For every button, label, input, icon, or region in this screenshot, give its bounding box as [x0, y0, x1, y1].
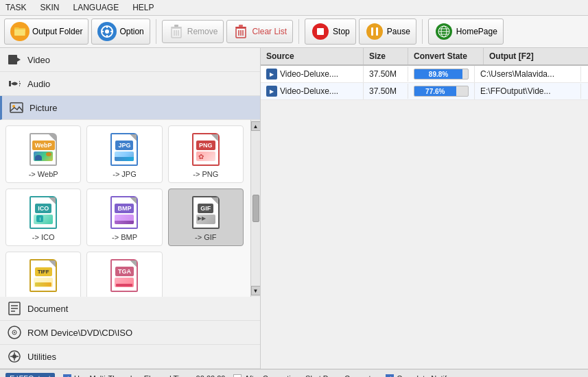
- progress-cell-2: 77.6%: [408, 83, 475, 99]
- table-row[interactable]: ▶ Video-Deluxe.... 37.50M 89.8% C:\Users…: [261, 66, 588, 83]
- progress-bg-1: 89.8%: [414, 69, 469, 80]
- svg-rect-17: [371, 27, 373, 36]
- complete-notify-checkbox[interactable]: ✓: [386, 374, 394, 378]
- status-bar: E:\FFOutput ✓ Use Multi-Threads Elapsed …: [0, 369, 588, 377]
- output-cell-1: C:\Users\Malavida...: [475, 66, 581, 82]
- pause-icon: [365, 22, 384, 41]
- sep1: [156, 19, 156, 44]
- clear-list-label: Clear List: [252, 27, 287, 36]
- row-icon-2: ▶: [266, 86, 277, 97]
- jpg-format-icon: JPG: [109, 132, 139, 167]
- th-convert-state: Convert State: [408, 48, 484, 64]
- size2-cell-1: [581, 71, 588, 77]
- size2-cell-2: [581, 88, 588, 94]
- size-cell-1: 37.50M: [364, 66, 408, 82]
- scroll-thumb[interactable]: [252, 195, 259, 222]
- svg-point-1: [105, 29, 109, 34]
- stop-button[interactable]: Stop: [305, 19, 356, 45]
- size-cell-2: 37.50M: [364, 84, 408, 99]
- menu-help[interactable]: HELP: [130, 1, 156, 14]
- svg-rect-29: [10, 103, 23, 112]
- audio-label: Audio: [27, 79, 50, 89]
- format-png[interactable]: PNG ✿ -> PNG: [168, 125, 244, 183]
- option-button[interactable]: Option: [91, 19, 150, 45]
- homepage-button[interactable]: HomePage: [428, 19, 504, 45]
- complete-notify-check[interactable]: ✓ Complete Notify: [386, 374, 450, 378]
- clear-list-button[interactable]: Clear List: [226, 20, 293, 43]
- sidebar-item-utilities[interactable]: Utilities: [0, 345, 260, 369]
- formats-grid: WebP -> WebP JPG: [5, 125, 244, 297]
- format-webp[interactable]: WebP -> WebP: [5, 125, 81, 183]
- bmp-label: -> BMP: [112, 233, 137, 241]
- homepage-icon: [434, 22, 454, 41]
- progress-fill-2: 77.6%: [414, 86, 456, 96]
- png-format-icon: PNG ✿: [191, 132, 221, 167]
- tiff-format-icon: TIFF: [28, 258, 58, 293]
- format-bmp[interactable]: BMP -> BMP: [86, 188, 162, 246]
- jpg-label: -> JPG: [113, 170, 137, 178]
- formats-scrollbar[interactable]: ▲ ▼: [250, 120, 260, 297]
- progress-bg-2: 77.6%: [414, 86, 469, 97]
- scroll-up-btn[interactable]: ▲: [251, 121, 261, 131]
- audio-icon: [7, 76, 22, 91]
- multi-threads-checkbox[interactable]: ✓: [63, 374, 71, 378]
- video-label: Video: [27, 55, 50, 65]
- tga-format-icon: TGA: [109, 258, 139, 293]
- ico-format-icon: ICO i: [28, 195, 58, 230]
- folder-icon: [10, 22, 30, 41]
- th-source: Source: [261, 48, 364, 64]
- rom-label: ROM Device\DVD\CD\ISO: [27, 328, 132, 338]
- svg-rect-3: [174, 25, 178, 27]
- complete-notify-label: Complete Notify: [397, 374, 450, 378]
- sidebar-item-picture[interactable]: Picture: [0, 96, 260, 120]
- row-icon-1: ▶: [266, 69, 277, 80]
- output-folder-label: Output Folder: [32, 27, 82, 36]
- tga-label: -> TGA: [113, 296, 137, 297]
- format-tiff[interactable]: TIFF -> TIFF: [5, 252, 81, 297]
- th-output: Output [F2]: [484, 48, 588, 64]
- option-label: Option: [119, 27, 143, 36]
- source-cell-2: ▶ Video-Deluxe....: [261, 83, 364, 99]
- menu-bar: TASK SKIN LANGUAGE HELP: [0, 0, 588, 16]
- progress-cell-1: 89.8%: [408, 66, 475, 82]
- remove-button[interactable]: Remove: [162, 20, 224, 43]
- table-body: ▶ Video-Deluxe.... 37.50M 89.8% C:\Users…: [261, 66, 588, 369]
- output-folder-button[interactable]: Output Folder: [4, 19, 89, 45]
- format-ico[interactable]: ICO i -> ICO: [5, 188, 81, 246]
- svg-rect-24: [8, 55, 17, 64]
- pause-button[interactable]: Pause: [359, 19, 416, 45]
- svg-rect-18: [376, 27, 378, 36]
- multi-threads-check[interactable]: ✓ Use Multi-Threads: [63, 374, 136, 378]
- sep2: [298, 19, 299, 44]
- rom-icon: [7, 325, 22, 340]
- sidebar-item-audio[interactable]: Audio: [0, 72, 260, 96]
- after-converting-check[interactable]: After Converting : Shut Down Computer: [233, 374, 377, 378]
- th-size: Size: [364, 48, 408, 64]
- menu-skin[interactable]: SKIN: [37, 1, 62, 14]
- table-row[interactable]: ▶ Video-Deluxe.... 37.50M 77.6% E:\FFOut…: [261, 83, 588, 100]
- svg-point-37: [14, 332, 15, 333]
- output-cell-2: E:\FFOutput\Vide...: [475, 84, 581, 99]
- sidebar-item-video[interactable]: Video: [0, 48, 260, 72]
- scroll-down-btn[interactable]: ▼: [251, 286, 261, 295]
- sep3: [422, 19, 423, 44]
- svg-marker-25: [17, 58, 21, 62]
- picture-label: Picture: [30, 103, 57, 113]
- format-gif[interactable]: GIF ▶▶ -> GIF: [168, 188, 244, 246]
- source-cell-1: ▶ Video-Deluxe....: [261, 66, 364, 82]
- after-converting-label: After Converting : Shut Down Computer: [244, 374, 377, 378]
- after-converting-checkbox[interactable]: [233, 374, 242, 378]
- utilities-label: Utilities: [27, 352, 56, 362]
- menu-language[interactable]: LANGUAGE: [70, 1, 121, 14]
- tiff-label: -> TIFF: [31, 296, 56, 297]
- option-icon: [97, 22, 117, 41]
- png-label: -> PNG: [193, 170, 218, 178]
- sidebar-item-document[interactable]: Document: [0, 297, 260, 321]
- sidebar-item-rom[interactable]: ROM Device\DVD\CD\ISO: [0, 321, 260, 345]
- gif-label: -> GIF: [195, 233, 216, 241]
- format-tga[interactable]: TGA -> TGA: [86, 252, 162, 297]
- format-jpg[interactable]: JPG -> JPG: [86, 125, 162, 183]
- main-content: Video Audio Picture WebP: [0, 48, 588, 369]
- menu-task[interactable]: TASK: [3, 1, 29, 14]
- right-panel: Source Size Convert State Output [F2] Si…: [261, 48, 588, 369]
